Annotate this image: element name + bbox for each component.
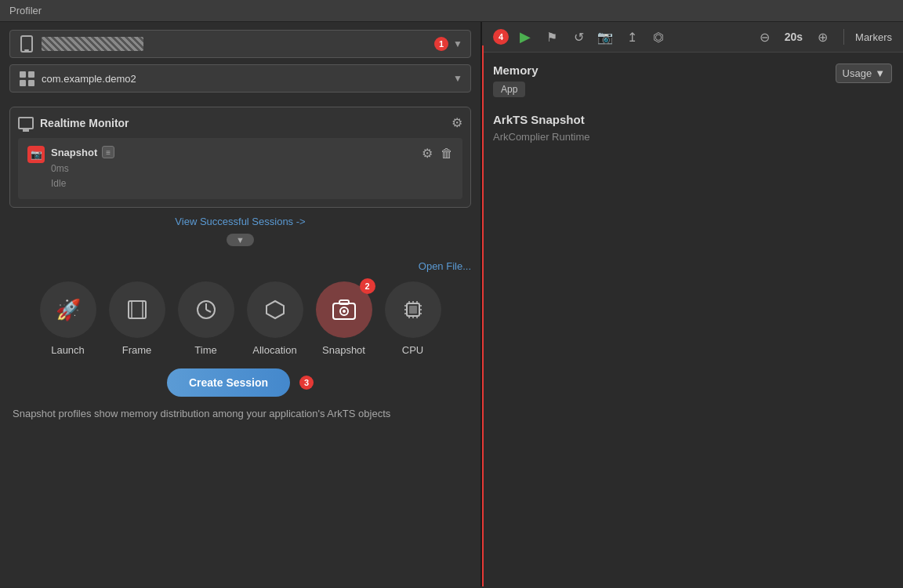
snapshot-item-icon: 📷 <box>27 146 45 163</box>
launch-btn-label: Launch <box>51 344 85 356</box>
zoom-out-button[interactable]: ⊖ <box>755 27 775 47</box>
svg-rect-14 <box>409 306 417 314</box>
device-dropdown[interactable]: 1 ▼ <box>9 30 471 58</box>
snapshot-profile-badge: 2 <box>360 278 375 294</box>
snapshot-profile-btn-label: Snapshot <box>322 344 365 356</box>
timeline-divider <box>482 45 484 586</box>
cpu-btn[interactable]: CPU <box>385 281 441 356</box>
realtime-settings-icon[interactable]: ⚙ <box>452 115 462 130</box>
realtime-title: Realtime Monitor <box>18 117 129 129</box>
svg-rect-1 <box>24 49 29 51</box>
device-section: 1 ▼ com.example.demo2 ▼ <box>0 22 481 99</box>
time-btn-circle <box>178 281 234 338</box>
flag-button[interactable]: ⚑ <box>542 27 562 47</box>
snapshot-actions: ⚙ 🗑 <box>422 146 453 161</box>
snapshot-status: Idle <box>51 176 415 191</box>
bottom-section: Open File... 🚀 Launch Frame <box>0 252 481 586</box>
launch-btn[interactable]: 🚀 Launch <box>40 281 96 356</box>
view-sessions-text: View Successful Sessions -> <box>175 216 305 227</box>
allocation-btn-circle <box>247 281 303 338</box>
arkts-section: ArkTS Snapshot ArkComplier Runtime <box>493 113 798 143</box>
launch-btn-circle: 🚀 <box>40 281 96 338</box>
cpu-btn-label: CPU <box>402 344 423 356</box>
snapshot-settings-icon[interactable]: ⚙ <box>422 146 433 161</box>
create-session-button[interactable]: Create Session <box>167 368 290 397</box>
snapshot-item: 📷 Snapshot ≡ 0ms Idle ⚙ 🗑 <box>18 138 462 199</box>
snapshot-time: 0ms <box>51 162 415 176</box>
markers-label: Markers <box>855 31 892 43</box>
snapshot-info-badge[interactable]: ≡ <box>102 146 114 158</box>
device-badge: 1 <box>434 37 448 51</box>
svg-rect-11 <box>339 300 349 304</box>
open-file-row: Open File... <box>9 260 471 272</box>
snapshot-name-row: Snapshot ≡ <box>51 146 415 158</box>
snapshot-delete-icon[interactable]: 🗑 <box>441 147 453 161</box>
app-icon <box>18 70 35 87</box>
arkts-subtitle: ArkComplier Runtime <box>493 131 798 143</box>
memory-label: Memory <box>493 64 798 77</box>
create-session-row: Create Session 3 <box>9 368 471 397</box>
profile-buttons: 🚀 Launch Frame <box>9 281 471 356</box>
time-btn[interactable]: Time <box>178 281 234 356</box>
description-text: Snapshot profiles show memory distributi… <box>9 406 471 423</box>
snapshot-profile-btn-circle: 2 <box>316 281 372 338</box>
svg-marker-8 <box>267 301 284 318</box>
svg-line-7 <box>206 310 211 312</box>
allocation-btn-label: Allocation <box>252 344 296 356</box>
allocation-btn[interactable]: Allocation <box>247 281 303 356</box>
title-bar: Profiler <box>0 0 903 22</box>
refresh-button[interactable]: ↺ <box>568 27 589 47</box>
create-session-badge: 3 <box>299 376 314 390</box>
scroll-indicator: ▼ <box>227 234 254 246</box>
device-icon <box>18 35 35 53</box>
usage-label: Usage <box>843 67 872 79</box>
snapshot-name: Snapshot <box>51 147 97 158</box>
usage-dropdown[interactable]: Usage ▼ <box>836 64 892 83</box>
camera-button[interactable]: 📷 <box>595 27 615 47</box>
view-sessions-link[interactable]: View Successful Sessions -> <box>0 208 481 230</box>
usage-dropdown-arrow: ▼ <box>875 67 885 79</box>
monitor-icon <box>18 117 34 129</box>
app-tag: App <box>493 82 525 97</box>
realtime-header: Realtime Monitor ⚙ <box>18 115 462 130</box>
filter-button[interactable]: ⏣ <box>648 27 669 47</box>
time-display: 20s <box>785 31 803 43</box>
play-button[interactable]: ▶ <box>515 27 535 47</box>
zoom-in-button[interactable]: ⊕ <box>812 27 832 47</box>
app-title: Profiler <box>9 5 42 16</box>
device-pattern <box>42 37 143 51</box>
snapshot-profile-btn[interactable]: 2 Snapshot <box>316 281 372 356</box>
arkts-label: ArkTS Snapshot <box>493 113 798 126</box>
frame-btn-label: Frame <box>122 344 152 356</box>
svg-point-12 <box>343 310 346 313</box>
app-name: com.example.demo2 <box>42 73 136 85</box>
device-dropdown-arrow: ▼ <box>453 38 462 49</box>
app-dropdown-arrow: ▼ <box>453 73 462 84</box>
right-side: Usage ▼ <box>798 64 892 575</box>
cpu-btn-circle <box>385 281 441 338</box>
right-content: Memory App ArkTS Snapshot ArkComplier Ru… <box>482 53 903 586</box>
open-file-link[interactable]: Open File... <box>419 260 471 272</box>
toolbar-badge: 4 <box>493 29 509 45</box>
realtime-monitor-section: Realtime Monitor ⚙ 📷 Snapshot ≡ 0ms Idle… <box>9 107 471 208</box>
right-toolbar: 4 ▶ ⚑ ↺ 📷 ↥ ⏣ ⊖ 20s ⊕ Markers <box>482 22 903 53</box>
time-btn-label: Time <box>194 344 216 356</box>
toolbar-separator <box>843 29 844 45</box>
frame-btn-circle <box>109 281 165 338</box>
right-main: Memory App ArkTS Snapshot ArkComplier Ru… <box>493 64 798 575</box>
export-button[interactable]: ↥ <box>622 27 642 47</box>
snapshot-info: Snapshot ≡ 0ms Idle <box>51 146 415 191</box>
realtime-label: Realtime Monitor <box>40 117 129 129</box>
right-panel: 4 ▶ ⚑ ↺ 📷 ↥ ⏣ ⊖ 20s ⊕ Markers Memory App… <box>482 22 903 586</box>
frame-btn[interactable]: Frame <box>109 281 165 356</box>
memory-section: Memory App <box>493 64 798 97</box>
app-dropdown[interactable]: com.example.demo2 ▼ <box>9 64 471 93</box>
left-panel: 1 ▼ com.example.demo2 ▼ Realt <box>0 22 482 586</box>
